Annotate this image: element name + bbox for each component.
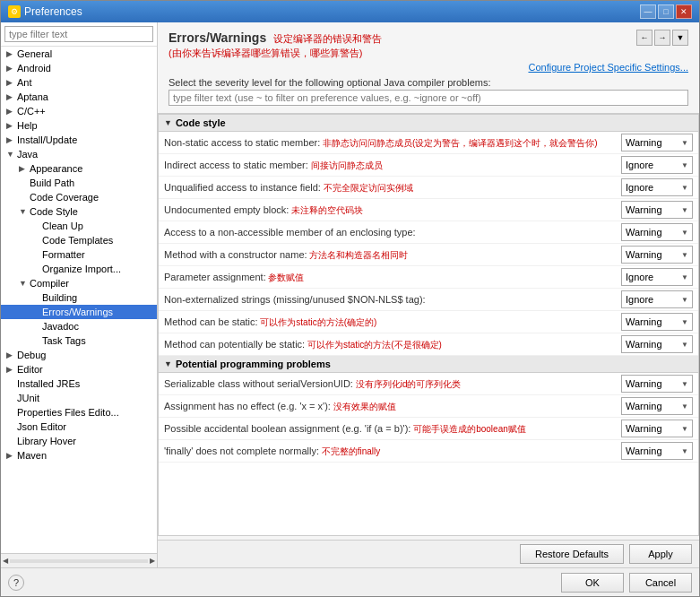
problem-select-value-constructor_name: Warning — [626, 249, 662, 260]
problem-label-en-finally_complete: 'finally' does not complete normally: — [164, 446, 319, 456]
sidebar-item-code_style[interactable]: ▼Code Style — [1, 204, 157, 219]
problem-select-param_assignment[interactable]: Ignore▼ — [621, 268, 693, 286]
sidebar-label-compiler: Compiler — [30, 278, 69, 289]
problem-select-value-non_externalized: Ignore — [626, 294, 653, 305]
problem-select-serializable[interactable]: Warning▼ — [621, 375, 693, 393]
sidebar: ▶General▶Android▶Ant▶Aptana▶C/C++▶Help▶I… — [1, 22, 158, 567]
help-button[interactable]: ? — [8, 575, 24, 591]
problem-label-zh-param_assignment: 参数赋值 — [266, 273, 305, 282]
sidebar-item-code_templates[interactable]: Code Templates — [1, 233, 157, 247]
sidebar-item-code_coverage[interactable]: Code Coverage — [1, 190, 157, 204]
sidebar-label-maven: Maven — [17, 450, 47, 461]
sidebar-item-general[interactable]: ▶General — [1, 47, 157, 61]
sidebar-item-errors_warnings[interactable]: Errors/Warnings — [1, 305, 157, 319]
sidebar-filter-input[interactable] — [4, 26, 153, 42]
problem-select-non_accessible[interactable]: Warning▼ — [621, 223, 693, 241]
sidebar-item-ant[interactable]: ▶Ant — [1, 75, 157, 90]
problem-select-value-indirect_static: Ignore — [626, 160, 653, 170]
problem-select-assignment_no_effect[interactable]: Warning▼ — [621, 397, 693, 415]
scroll-left-arrow[interactable]: ◀ — [3, 557, 8, 565]
sidebar-item-formatter[interactable]: Formatter — [1, 247, 157, 262]
minimize-button[interactable]: — — [640, 4, 656, 19]
content-area: Errors/Warnings 设定编译器的错误和警告 ← → ▼ (由你来告诉… — [158, 22, 699, 567]
sidebar-item-task_tags[interactable]: Task Tags — [1, 333, 157, 348]
sidebar-item-installed_jres[interactable]: Installed JREs — [1, 376, 157, 391]
select-dropdown-arrow-boolean_assignment: ▼ — [681, 425, 688, 433]
sidebar-item-editor[interactable]: ▶Editor — [1, 362, 157, 376]
sidebar-item-android[interactable]: ▶Android — [1, 61, 157, 75]
sidebar-item-library_hover[interactable]: Library Hover — [1, 434, 157, 448]
sidebar-item-debug[interactable]: ▶Debug — [1, 348, 157, 362]
sidebar-item-organize_imports[interactable]: Organize Import... — [1, 262, 157, 276]
header-nav: ← → ▼ — [636, 30, 688, 46]
close-button[interactable]: ✕ — [676, 4, 692, 19]
sidebar-label-errors_warnings: Errors/Warnings — [42, 307, 113, 317]
problem-select-value-param_assignment: Ignore — [626, 272, 653, 282]
sidebar-item-appearance[interactable]: ▶Appearance — [1, 161, 157, 176]
problem-select-finally_complete[interactable]: Warning▼ — [621, 442, 693, 460]
problem-select-constructor_name[interactable]: Warning▼ — [621, 246, 693, 264]
app-icon: ⚙ — [8, 5, 21, 18]
select-dropdown-arrow-constructor_name: ▼ — [681, 251, 688, 259]
sidebar-item-clean_up[interactable]: Clean Up — [1, 219, 157, 233]
problem-select-unqualified_instance[interactable]: Ignore▼ — [621, 178, 693, 196]
problem-select-undocumented_empty[interactable]: Warning▼ — [621, 201, 693, 219]
problem-label-zh-finally_complete: 不完整的finally — [319, 446, 380, 456]
sidebar-item-maven[interactable]: ▶Maven — [1, 448, 157, 463]
sidebar-item-compiler[interactable]: ▼Compiler — [1, 276, 157, 290]
sidebar-scrollbar: ◀ ▶ — [1, 553, 157, 567]
section-header-potential_problems[interactable]: ▼Potential programming problems — [159, 356, 698, 373]
sidebar-item-help[interactable]: ▶Help — [1, 118, 157, 133]
sidebar-item-properties_files[interactable]: Properties Files Edito... — [1, 405, 157, 420]
apply-button[interactable]: Apply — [629, 544, 692, 564]
sidebar-label-general: General — [17, 48, 52, 59]
problem-label-en-non_static_access: Non-static access to static member: — [164, 137, 320, 148]
tree-arrow-cpp: ▶ — [6, 107, 15, 116]
problem-label-boolean_assignment: Possible accidental boolean assignment (… — [164, 422, 621, 435]
problem-label-method_static: Method can be static: 可以作为static的方法(确定的) — [164, 316, 621, 328]
cancel-button[interactable]: Cancel — [629, 573, 692, 593]
problem-label-constructor_name: Method with a constructor name: 方法名和构造器名… — [164, 248, 621, 261]
sidebar-item-building[interactable]: Building — [1, 290, 157, 305]
sidebar-label-javadoc: Javadoc — [42, 321, 79, 332]
sidebar-item-install_update[interactable]: ▶Install/Update — [1, 133, 157, 147]
section-toggle-code_style: ▼ — [164, 118, 172, 127]
problem-select-method_static[interactable]: Warning▼ — [621, 313, 693, 331]
problem-row-serializable: Serializable class without serialVersion… — [159, 373, 698, 395]
problem-select-method_potentially_static[interactable]: Warning▼ — [621, 335, 693, 353]
sidebar-item-java[interactable]: ▼Java — [1, 147, 157, 161]
header-row1: Errors/Warnings 设定编译器的错误和警告 ← → ▼ — [169, 30, 688, 46]
nav-dropdown-button[interactable]: ▼ — [672, 30, 688, 46]
problem-select-indirect_static[interactable]: Ignore▼ — [621, 156, 693, 174]
sidebar-item-aptana[interactable]: ▶Aptana — [1, 90, 157, 104]
maximize-button[interactable]: □ — [658, 4, 674, 19]
back-button[interactable]: ← — [636, 30, 652, 46]
section-label-code_style: Code style — [176, 117, 226, 128]
scroll-right-arrow[interactable]: ▶ — [150, 557, 155, 565]
tree-arrow-help: ▶ — [6, 121, 15, 130]
sidebar-item-cpp[interactable]: ▶C/C++ — [1, 104, 157, 118]
restore-defaults-button[interactable]: Restore Defaults — [520, 544, 624, 564]
sidebar-item-build_path[interactable]: Build Path — [1, 176, 157, 190]
forward-button[interactable]: → — [654, 30, 670, 46]
section-header-code_style[interactable]: ▼Code style — [159, 115, 698, 132]
sidebar-item-json_editor[interactable]: Json Editor — [1, 420, 157, 434]
problem-label-zh-non_static_access: 非静态访问问静态成员(设定为警告，编译器遇到这个时，就会警告你) — [320, 138, 597, 148]
sidebar-label-code_coverage: Code Coverage — [30, 192, 99, 203]
select-dropdown-arrow-non_static_access: ▼ — [681, 139, 688, 147]
problem-select-boolean_assignment[interactable]: Warning▼ — [621, 420, 693, 437]
ok-button[interactable]: OK — [561, 573, 624, 593]
problem-label-undocumented_empty: Undocumented empty block: 未注释的空代码块 — [164, 203, 621, 216]
problem-select-non_static_access[interactable]: Warning▼ — [621, 134, 693, 151]
problem-select-non_externalized[interactable]: Ignore▼ — [621, 290, 693, 308]
content-filter-input[interactable] — [169, 90, 688, 106]
problem-select-value-undocumented_empty: Warning — [626, 204, 662, 215]
main-area: ▶General▶Android▶Ant▶Aptana▶C/C++▶Help▶I… — [1, 22, 699, 567]
sidebar-item-javadoc[interactable]: Javadoc — [1, 319, 157, 333]
sidebar-label-clean_up: Clean Up — [42, 221, 83, 231]
sidebar-item-junit[interactable]: JUnit — [1, 391, 157, 405]
select-dropdown-arrow-finally_complete: ▼ — [681, 447, 688, 455]
configure-link[interactable]: Configure Project Specific Settings... — [169, 60, 688, 74]
problem-label-en-assignment_no_effect: Assignment has no effect (e.g. 'x = x'): — [164, 401, 331, 411]
sidebar-label-task_tags: Task Tags — [42, 335, 86, 346]
